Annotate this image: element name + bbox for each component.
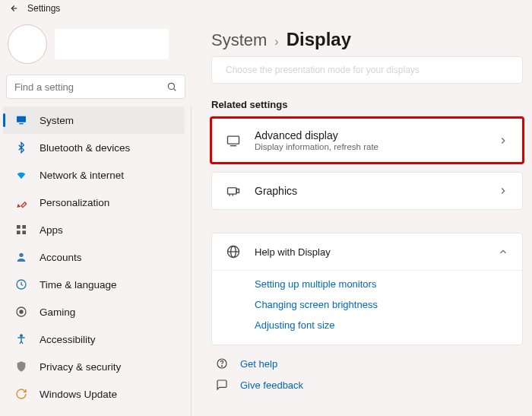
svg-rect-4: [19, 123, 23, 124]
get-help-label: Get help: [240, 358, 277, 370]
help-title: Help with Display: [255, 246, 331, 258]
svg-rect-17: [236, 189, 239, 193]
row-subtitle: Display information, refresh rate: [255, 142, 378, 151]
row-title: Advanced display: [255, 129, 378, 141]
app-title: Settings: [27, 3, 60, 14]
feedback-icon: [216, 379, 230, 391]
search-input[interactable]: [6, 75, 185, 99]
accessibility-icon: [14, 333, 29, 345]
sidebar-item-label: Privacy & security: [40, 361, 121, 373]
apps-icon: [14, 224, 29, 236]
person-icon: [14, 251, 29, 263]
svg-rect-14: [228, 136, 239, 144]
clock-icon: [14, 278, 29, 291]
sidebar-item-label: Bluetooth & devices: [40, 142, 130, 154]
breadcrumb-parent[interactable]: System: [211, 30, 267, 50]
svg-point-24: [221, 366, 222, 367]
related-settings-label: Related settings: [211, 99, 523, 110]
bluetooth-icon: [14, 141, 29, 154]
back-icon[interactable]: [6, 3, 20, 14]
truncated-text: Choose the presentation mode for your di…: [226, 65, 420, 75]
search-field[interactable]: [14, 81, 166, 93]
chevron-up-icon: [498, 246, 508, 257]
help-link-brightness[interactable]: Changing screen brightness: [255, 299, 508, 310]
sidebar-item-label: System: [40, 115, 74, 126]
help-card: Help with Display Setting up multiple mo…: [211, 233, 523, 345]
sidebar-item-label: Accounts: [40, 252, 82, 263]
sidebar-item-apps[interactable]: Apps: [3, 216, 185, 243]
sidebar-item-accounts[interactable]: Accounts: [3, 243, 185, 271]
gaming-icon: [14, 306, 29, 318]
sidebar-item-system[interactable]: System: [3, 106, 185, 134]
svg-line-2: [174, 89, 176, 91]
search-icon: [166, 81, 177, 92]
update-icon: [14, 388, 29, 400]
svg-point-1: [168, 83, 174, 89]
sidebar-item-network[interactable]: Network & internet: [3, 161, 185, 189]
graphics-icon: [226, 183, 249, 198]
sidebar-item-label: Personalization: [40, 197, 109, 208]
sidebar-item-bluetooth[interactable]: Bluetooth & devices: [3, 134, 185, 161]
sidebar-item-accessibility[interactable]: Accessibility: [3, 325, 185, 353]
svg-point-9: [19, 253, 23, 257]
sidebar-item-privacy[interactable]: Privacy & security: [3, 353, 185, 380]
sidebar-item-label: Accessibility: [40, 334, 96, 345]
advanced-display-row[interactable]: Advanced display Display information, re…: [211, 118, 523, 163]
sidebar-item-update[interactable]: Windows Update: [3, 380, 185, 408]
give-feedback-link[interactable]: Give feedback: [216, 379, 523, 391]
sidebar-item-label: Time & language: [40, 279, 117, 291]
chevron-right-icon: [498, 135, 508, 146]
shield-icon: [14, 360, 29, 373]
svg-point-13: [21, 335, 23, 337]
get-help-link[interactable]: Get help: [216, 357, 523, 370]
brush-icon: [14, 196, 29, 208]
chevron-right-icon: ›: [274, 35, 278, 49]
sidebar-item-label: Gaming: [40, 306, 75, 318]
svg-rect-3: [17, 116, 26, 122]
feedback-label: Give feedback: [240, 379, 303, 391]
chevron-right-icon: [498, 186, 508, 196]
system-icon: [14, 114, 29, 126]
help-link-monitors[interactable]: Setting up multiple monitors: [255, 278, 508, 290]
graphics-row[interactable]: Graphics: [211, 172, 523, 210]
help-link-fontsize[interactable]: Adjusting font size: [255, 319, 508, 331]
svg-point-12: [20, 310, 23, 313]
globe-icon: [226, 244, 249, 259]
profile-block[interactable]: [3, 20, 192, 71]
sidebar-item-label: Network & internet: [40, 170, 124, 181]
display-icon: [226, 133, 249, 148]
svg-rect-8: [22, 230, 26, 234]
svg-rect-7: [17, 230, 21, 234]
svg-rect-16: [228, 188, 237, 194]
wifi-icon: [14, 169, 29, 181]
avatar: [8, 24, 47, 64]
sidebar-item-personalization[interactable]: Personalization: [3, 189, 185, 216]
sidebar-item-gaming[interactable]: Gaming: [3, 298, 185, 325]
page-title: Display: [287, 29, 351, 50]
help-header[interactable]: Help with Display: [212, 233, 522, 270]
sidebar-item-time[interactable]: Time & language: [3, 271, 185, 298]
breadcrumb: System › Display: [211, 29, 523, 50]
sidebar-item-label: Apps: [40, 224, 63, 236]
row-title: Graphics: [255, 185, 297, 197]
svg-rect-6: [22, 225, 26, 229]
help-icon: [216, 357, 230, 370]
sidebar-item-label: Windows Update: [40, 389, 117, 400]
profile-name: [55, 29, 169, 59]
svg-rect-5: [17, 225, 21, 229]
presentation-mode-card[interactable]: Choose the presentation mode for your di…: [211, 56, 523, 84]
